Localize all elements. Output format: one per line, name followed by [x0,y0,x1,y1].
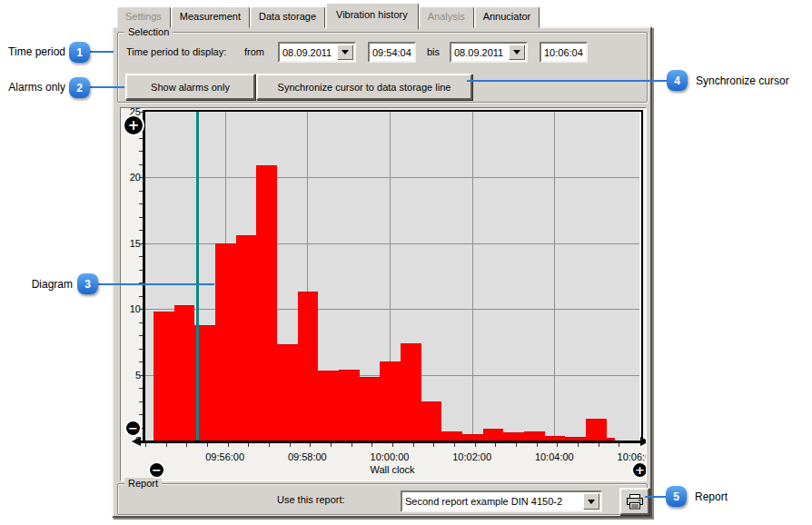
histogram-bar [586,419,607,441]
histogram-bar [174,305,195,441]
y-tick-label: 10 [121,303,141,314]
zoom-in-y-button[interactable]: + [124,116,143,134]
minus-icon: − [152,463,162,477]
histogram-bar [483,429,504,441]
histogram-bar [380,362,401,441]
plus-icon: + [128,117,140,134]
x-tick-label: 10:00:00 [362,451,417,462]
synchronize-cursor-label: Synchronize cursor to data storage line [278,82,451,93]
from-date-dropdown-button[interactable] [337,45,353,60]
print-report-button[interactable] [619,488,649,515]
x-axis-title: Wall clock [274,464,510,475]
from-date-combobox[interactable]: 08.09.2011 [278,42,356,63]
selection-groupbox: Selection Time period to display: from 0… [117,32,648,103]
report-selected-value: Second report example DIN 4150-2 [405,496,562,507]
x-tick-label: 10:04:00 [527,451,581,462]
x-axis-left-arrow-icon [132,437,141,446]
from-label: from [244,46,264,57]
callout-number: 5 [673,490,679,503]
y-axis-minor-ticks [139,112,143,441]
gridline-horizontal [145,177,639,178]
tab-analysis[interactable]: Analysis [419,6,474,28]
histogram-bar [318,371,339,441]
histogram-bar [401,343,421,441]
use-report-label: Use this report: [277,494,345,505]
x-axis-minor-ticks [145,443,639,447]
x-tick-label: 10:06:00 [609,451,647,462]
callout-line-1 [89,51,114,53]
histogram-bar [153,312,174,441]
minus-icon: − [128,421,138,435]
time-period-label: Time period to display: [126,46,226,57]
from-date-value: 08.09.2011 [282,47,332,58]
tab-settings[interactable]: Settings [116,6,171,28]
y-tick-label: 15 [121,238,141,249]
tab-data-storage[interactable]: Data storage [250,6,325,28]
callout-label-synchronize-cursor: Synchronize cursor [696,74,789,87]
callout-label-diagram: Diagram [27,278,73,291]
histogram-bar [421,401,442,441]
zoom-out-y-button[interactable]: − [126,421,140,435]
callout-badge-2[interactable]: 2 [69,77,90,98]
chevron-down-icon [342,50,349,54]
chevron-down-icon [513,50,520,54]
report-combobox[interactable]: Second report example DIN 4150-2 [401,490,602,512]
show-alarms-only-label: Show alarms only [151,82,230,93]
data-cursor-line[interactable] [196,112,199,441]
callout-number: 4 [674,74,680,87]
report-dropdown-button[interactable] [583,493,599,510]
to-time-field[interactable]: 10:06:04 [540,42,588,63]
callout-badge-3[interactable]: 3 [77,273,98,294]
histogram-bar [339,370,360,441]
histogram-bar [215,243,236,441]
plus-icon: + [635,463,645,477]
gridline-vertical [472,112,473,441]
tab-strip: SettingsMeasurementData storageVibration… [116,3,540,28]
app-page: SettingsMeasurementData storageVibration… [0,0,812,525]
synchronize-cursor-button[interactable]: Synchronize cursor to data storage line [256,74,472,100]
callout-label-report: Report [695,490,728,503]
to-date-value: 08.09.2011 [454,47,503,58]
y-tick-label: 5 [121,370,141,381]
from-time-field[interactable]: 09:54:04 [368,42,416,63]
zoom-in-x-button[interactable]: + [633,463,647,477]
histogram-bar [360,377,381,441]
callout-number: 1 [76,46,83,59]
x-tick-label: 09:56:00 [198,451,253,462]
callout-line-4 [467,80,668,82]
callout-number: 3 [84,278,91,291]
callout-badge-4[interactable]: 4 [667,70,688,91]
gridline-vertical [554,112,555,441]
zoom-out-x-button[interactable]: − [150,463,163,477]
histogram-bar [256,165,277,441]
to-date-dropdown-button[interactable] [509,45,525,60]
to-time-value: 10:06:04 [544,47,583,58]
callout-label-time-period: Time period [7,45,65,58]
x-axis-line [136,441,645,443]
histogram-bar [236,235,257,441]
callout-line-2 [89,86,124,88]
callout-badge-5[interactable]: 5 [666,486,687,507]
x-tick-label: 09:58:00 [280,451,334,462]
y-tick-label: 20 [121,172,141,183]
callout-line-5 [645,496,668,498]
tab-vibration-history[interactable]: Vibration history [325,3,419,29]
chevron-down-icon [588,500,595,504]
histogram-bar [298,292,319,441]
from-time-value: 09:54:04 [372,47,411,58]
report-groupbox-title: Report [124,478,162,489]
report-groupbox: Report Use this report: Second report ex… [117,483,648,515]
tab-measurement[interactable]: Measurement [171,6,250,28]
show-alarms-only-button[interactable]: Show alarms only [125,74,255,100]
bis-label: bis [427,46,440,57]
x-axis-right-arrow-icon [640,437,647,446]
callout-label-alarms-only: Alarms only [7,81,65,94]
x-tick-label: 10:02:00 [445,451,500,462]
callout-badge-1[interactable]: 1 [69,42,90,63]
vibration-history-diagram[interactable]: 051015202509:56:0009:58:0010:00:0010:02:… [120,107,647,481]
to-date-combobox[interactable]: 08.09.2011 [450,42,528,63]
tab-annuciator[interactable]: Annuciator [474,6,540,28]
histogram-bar [277,344,298,441]
printer-icon [626,494,644,510]
callout-number: 2 [76,82,83,94]
